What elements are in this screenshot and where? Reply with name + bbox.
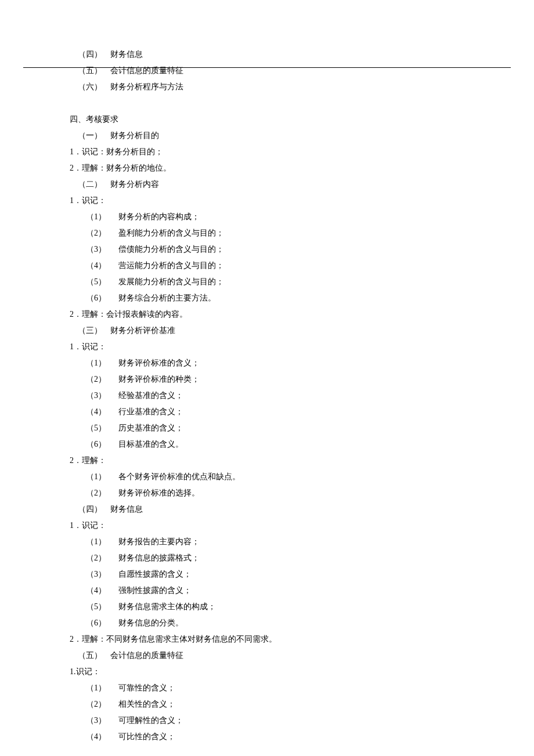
item-text: 理解： bbox=[82, 453, 106, 469]
item-marker: 1． bbox=[70, 339, 82, 355]
item-text: 会计信息的质量特征 bbox=[110, 63, 183, 79]
item-marker: （6） bbox=[86, 290, 118, 306]
item-marker: 1． bbox=[70, 144, 82, 160]
numbered-line: 2． 理解： bbox=[70, 453, 470, 469]
item-text: 财务评价标准的种类； bbox=[118, 371, 200, 388]
item-text: 财务信息的披露格式； bbox=[118, 550, 200, 566]
item-marker: （五） bbox=[78, 63, 110, 79]
item-text: 营运能力分析的含义与目的； bbox=[118, 258, 224, 274]
item-text: 自愿性披露的含义； bbox=[118, 566, 192, 583]
subsection-heading: （一） 财务分析目的 bbox=[70, 128, 470, 144]
list-item: （4）强制性披露的含义； bbox=[70, 583, 470, 599]
item-marker: （4） bbox=[86, 729, 118, 745]
list-item: （3）偿债能力分析的含义与目的； bbox=[70, 241, 470, 258]
horizontal-rule bbox=[23, 67, 511, 68]
outline-item: （五） 会计信息的质量特征 bbox=[70, 63, 470, 79]
item-marker: （4） bbox=[86, 583, 118, 599]
numbered-line: 2． 理解：财务分析的地位。 bbox=[70, 160, 470, 176]
item-marker: 2． bbox=[70, 306, 82, 323]
item-marker: （3） bbox=[86, 712, 118, 729]
list-item: （3）自愿性披露的含义； bbox=[70, 566, 470, 583]
numbered-line: 1． 识记： bbox=[70, 339, 470, 355]
item-text: 理解：不同财务信息需求主体对财务信息的不同需求。 bbox=[82, 631, 277, 648]
outline-item: （四） 财务信息 bbox=[70, 46, 470, 63]
item-text: 盈利能力分析的含义与目的； bbox=[118, 225, 224, 241]
numbered-line: 1． 识记：财务分析目的； bbox=[70, 144, 470, 160]
item-marker: （2） bbox=[86, 550, 118, 566]
item-text: 财务信息 bbox=[110, 46, 143, 63]
item-marker: （1） bbox=[86, 355, 118, 371]
item-marker: （6） bbox=[86, 436, 118, 453]
item-text: 财务评价标准的选择。 bbox=[118, 485, 200, 501]
list-item: （1）可靠性的含义； bbox=[70, 680, 470, 696]
item-marker: （3） bbox=[86, 388, 118, 404]
spacer bbox=[70, 95, 470, 111]
list-item: （1）财务报告的主要内容； bbox=[70, 534, 470, 550]
item-text: 可靠性的含义； bbox=[118, 680, 175, 696]
item-text: 可比性的含义； bbox=[118, 729, 175, 745]
list-item: （5）财务信息需求主体的构成； bbox=[70, 599, 470, 615]
section-title-text: 四、考核要求 bbox=[70, 111, 118, 128]
item-text: 偿债能力分析的含义与目的； bbox=[118, 241, 224, 258]
numbered-line: 1. 识记： bbox=[70, 664, 470, 680]
subsection-heading: （五） 会计信息的质量特征 bbox=[70, 648, 470, 664]
list-item: （2）相关性的含义； bbox=[70, 696, 470, 712]
list-item: （2）盈利能力分析的含义与目的； bbox=[70, 225, 470, 241]
item-text: 财务信息需求主体的构成； bbox=[118, 599, 216, 615]
item-marker: （1） bbox=[86, 680, 118, 696]
item-text: 财务分析评价基准 bbox=[110, 323, 175, 339]
numbered-line: 2． 理解：不同财务信息需求主体对财务信息的不同需求。 bbox=[70, 631, 470, 648]
item-text: 财务评价标准的含义； bbox=[118, 355, 200, 371]
item-marker: （2） bbox=[86, 485, 118, 501]
list-item: （4）行业基准的含义； bbox=[70, 404, 470, 420]
item-text: 行业基准的含义； bbox=[118, 404, 183, 420]
item-text: 理解：会计报表解读的内容。 bbox=[82, 306, 187, 323]
item-text: 识记： bbox=[82, 339, 106, 355]
item-marker: （4） bbox=[86, 258, 118, 274]
item-text: 可理解性的含义； bbox=[118, 712, 183, 729]
item-marker: （一） bbox=[78, 128, 110, 144]
list-item: （5）发展能力分析的含义与目的； bbox=[70, 274, 470, 290]
list-item: （5）历史基准的含义； bbox=[70, 420, 470, 436]
item-text: 各个财务评价标准的优点和缺点。 bbox=[118, 469, 240, 485]
list-item: （4）可比性的含义； bbox=[70, 729, 470, 745]
item-text: 财务分析程序与方法 bbox=[110, 79, 183, 95]
item-marker: （5） bbox=[86, 420, 118, 436]
item-marker: 1． bbox=[70, 518, 82, 534]
item-text: 识记： bbox=[82, 518, 106, 534]
item-text: 财务分析的内容构成； bbox=[118, 209, 200, 225]
item-text: 强制性披露的含义； bbox=[118, 583, 192, 599]
item-marker: （三） bbox=[78, 323, 110, 339]
item-text: 经验基准的含义； bbox=[118, 388, 183, 404]
item-marker: （1） bbox=[86, 469, 118, 485]
list-item: （1）财务分析的内容构成； bbox=[70, 209, 470, 225]
item-text: 识记： bbox=[76, 664, 100, 680]
item-text: 识记： bbox=[82, 193, 106, 209]
item-marker: 2． bbox=[70, 631, 82, 648]
item-marker: （5） bbox=[86, 274, 118, 290]
item-text: 识记：财务分析目的； bbox=[82, 144, 163, 160]
list-item: （1）各个财务评价标准的优点和缺点。 bbox=[70, 469, 470, 485]
item-text: 发展能力分析的含义与目的； bbox=[118, 274, 224, 290]
list-item: （6）财务信息的分类。 bbox=[70, 615, 470, 631]
item-text: 财务信息的分类。 bbox=[118, 615, 183, 631]
subsection-heading: （四） 财务信息 bbox=[70, 501, 470, 518]
item-marker: （四） bbox=[78, 501, 110, 518]
item-marker: （3） bbox=[86, 566, 118, 583]
item-text: 会计信息的质量特征 bbox=[110, 648, 183, 664]
item-marker: （3） bbox=[86, 241, 118, 258]
subsection-heading: （三） 财务分析评价基准 bbox=[70, 323, 470, 339]
item-marker: 2． bbox=[70, 160, 82, 176]
item-marker: （二） bbox=[78, 176, 110, 193]
item-text: 目标基准的含义。 bbox=[118, 436, 183, 453]
item-text: 财务报告的主要内容； bbox=[118, 534, 200, 550]
list-item: （1）财务评价标准的含义； bbox=[70, 355, 470, 371]
item-text: 财务信息 bbox=[110, 501, 143, 518]
item-marker: （四） bbox=[78, 46, 110, 63]
item-text: 理解：财务分析的地位。 bbox=[82, 160, 171, 176]
item-marker: （4） bbox=[86, 404, 118, 420]
list-item: （2）财务信息的披露格式； bbox=[70, 550, 470, 566]
item-text: 财务综合分析的主要方法。 bbox=[118, 290, 216, 306]
item-text: 相关性的含义； bbox=[118, 696, 175, 712]
item-marker: 2． bbox=[70, 453, 82, 469]
